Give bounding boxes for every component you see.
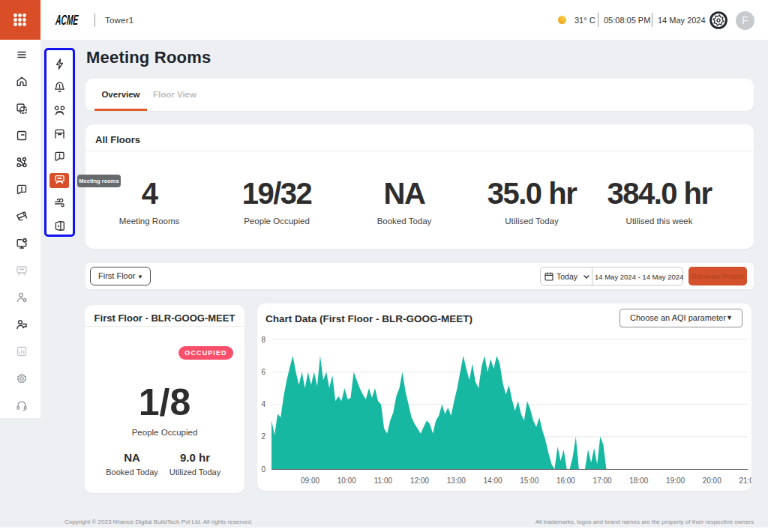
svg-text:12:00: 12:00 [410,477,429,485]
svg-text:10:00: 10:00 [338,477,356,485]
svg-text:15:00: 15:00 [520,477,538,485]
svg-text:21:00: 21:00 [739,477,752,485]
svg-text:0: 0 [261,465,266,474]
svg-text:13:00: 13:00 [447,477,466,485]
svg-text:20:00: 20:00 [703,477,722,485]
svg-text:16:00: 16:00 [556,477,575,485]
svg-text:18:00: 18:00 [629,477,648,485]
svg-text:2: 2 [261,432,266,441]
svg-text:17:00: 17:00 [593,477,612,485]
svg-text:6: 6 [261,368,266,376]
svg-text:8: 8 [261,336,266,344]
svg-text:19:00: 19:00 [666,477,685,485]
svg-text:4: 4 [261,400,266,408]
svg-text:09:00: 09:00 [301,477,320,485]
svg-text:14:00: 14:00 [483,477,502,485]
svg-text:11:00: 11:00 [374,477,393,485]
